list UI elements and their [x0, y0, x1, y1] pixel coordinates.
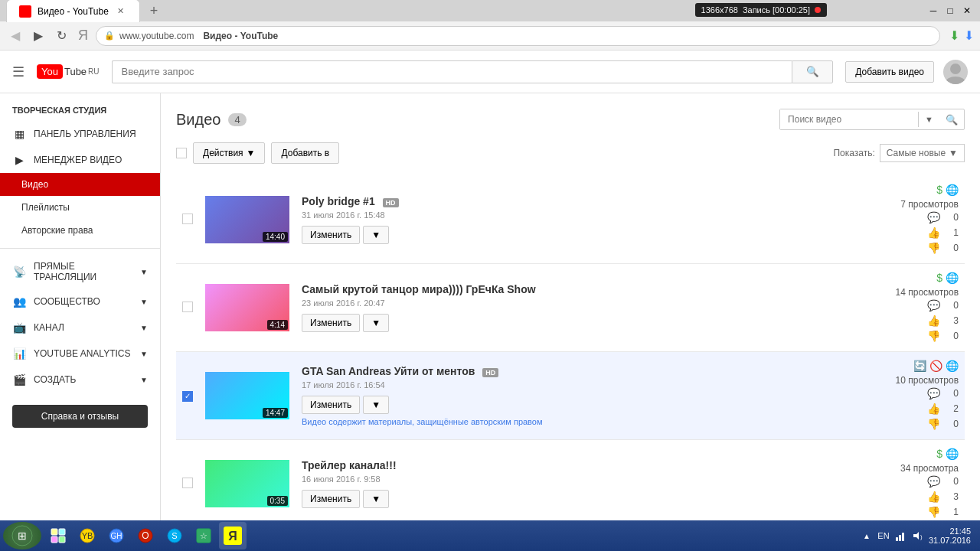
new-tab-button[interactable]: +: [143, 0, 165, 21]
sidebar-item-community[interactable]: 👥 СООБЩЕСТВО ▼: [0, 289, 160, 315]
tray-volume[interactable]: ): [910, 529, 924, 543]
back-button[interactable]: ◀: [6, 27, 24, 45]
like-row: 👍 3: [927, 491, 959, 503]
tray-network[interactable]: [893, 529, 907, 543]
taskbar-app-skype[interactable]: S: [161, 522, 188, 549]
edit-more-button[interactable]: ▼: [363, 314, 389, 332]
sidebar-item-label: КАНАЛ: [34, 322, 64, 333]
recorder-bar: 1366x768 Запись [00:00:25]: [695, 3, 827, 17]
edit-button[interactable]: Изменить: [302, 396, 360, 414]
add-to-button[interactable]: Добавить в: [271, 142, 339, 164]
search-input[interactable]: [112, 60, 792, 83]
sidebar-item-analytics[interactable]: 📊 YOUTUBE ANALYTICS ▼: [0, 341, 160, 367]
search-video-icon[interactable]: 🔍: [939, 111, 964, 129]
address-bar[interactable]: 🔒 www.youtube.com Видео - YouTube: [96, 26, 940, 46]
edit-more-button[interactable]: ▼: [363, 226, 389, 244]
tray-expand[interactable]: ▲: [860, 529, 874, 543]
comment-count: 0: [943, 300, 959, 311]
video-checkbox[interactable]: [182, 478, 193, 488]
edit-button[interactable]: Изменить: [302, 490, 360, 508]
thumbdown-icon: 👎: [927, 506, 940, 518]
dislike-count: 1: [943, 507, 959, 517]
video-thumbnail[interactable]: 14:47: [205, 372, 289, 419]
help-button[interactable]: Справка и отзывы: [12, 405, 148, 428]
video-checkbox[interactable]: ✓: [182, 391, 193, 402]
taskbar-app-opera[interactable]: O: [132, 522, 159, 549]
checkbox-cell: [176, 264, 199, 352]
user-avatar[interactable]: [943, 60, 968, 84]
sidebar-item-label: Видео: [21, 179, 48, 190]
edit-more-button[interactable]: ▼: [363, 490, 389, 508]
sidebar-item-create[interactable]: 🎬 СОЗДАТЬ ▼: [0, 367, 160, 393]
svg-text:S: S: [172, 531, 177, 540]
yt-search-form: 🔍: [112, 60, 834, 83]
video-thumbnail[interactable]: 14:40: [205, 196, 289, 243]
search-button[interactable]: 🔍: [792, 60, 833, 83]
globe-icon: 🌐: [946, 360, 959, 372]
svg-rect-21: [899, 535, 901, 541]
comment-row: 💬 0: [927, 475, 959, 487]
thumbup-icon: 👍: [927, 315, 940, 327]
sidebar-item-label: ПРЯМЫЕ ТРАНСЛЯЦИИ: [34, 261, 132, 282]
sidebar-item-playlists[interactable]: Плейлисты: [0, 196, 160, 219]
taskbar-app-yandex[interactable]: Я: [219, 522, 247, 549]
sidebar-item-dashboard[interactable]: ▦ ПАНЕЛЬ УПРАВЛЕНИЯ: [0, 121, 160, 147]
maximize-button[interactable]: □: [943, 4, 957, 18]
content-header: Видео 4 ▼ 🔍: [176, 109, 965, 130]
video-date: 23 июля 2016 г. 20:47: [302, 298, 805, 308]
actions-button[interactable]: Действия ▼: [193, 142, 265, 164]
dashboard-icon: ▦: [12, 127, 26, 141]
sidebar-item-label: МЕНЕДЖЕР ВИДЕО: [34, 155, 122, 165]
refresh-button[interactable]: ↻: [52, 27, 70, 45]
ext-icon[interactable]: ⬇: [964, 28, 974, 43]
actions-label: Действия: [203, 148, 243, 158]
sidebar-item-live[interactable]: 📡 ПРЯМЫЕ ТРАНСЛЯЦИИ ▼: [0, 255, 160, 289]
minimize-button[interactable]: ─: [926, 4, 940, 18]
tray-icons: ▲ EN ): [860, 529, 924, 543]
select-all-checkbox[interactable]: [176, 148, 187, 158]
stats-cell: $ 🌐 7 просмотров 💬 0 👍: [812, 176, 965, 264]
edit-button[interactable]: Изменить: [302, 226, 360, 244]
edit-more-button[interactable]: ▼: [363, 396, 389, 414]
video-search-input[interactable]: [780, 109, 918, 129]
sidebar-item-videos[interactable]: Видео: [0, 173, 160, 196]
actions-chevron-icon: ▼: [247, 148, 256, 158]
view-count: 10 просмотров: [896, 375, 959, 386]
edit-button[interactable]: Изменить: [302, 314, 360, 332]
comment-count: 0: [943, 212, 959, 223]
show-row: Показать: Самые новые ▼: [833, 144, 965, 162]
show-dropdown[interactable]: Самые новые ▼: [880, 144, 965, 162]
video-checkbox[interactable]: [182, 302, 193, 312]
sidebar-item-video-manager[interactable]: ▶ МЕНЕДЖЕР ВИДЕО: [0, 147, 160, 173]
sidebar: ТВОРЧЕСКАЯ СТУДИЯ ▦ ПАНЕЛЬ УПРАВЛЕНИЯ ▶ …: [0, 93, 161, 525]
add-video-button[interactable]: Добавить видео: [845, 61, 934, 83]
yt-logo-you: You: [37, 64, 63, 79]
forward-button[interactable]: ▶: [29, 27, 47, 45]
copyright-notice: Видео содержит материалы, защищённые авт…: [302, 417, 805, 426]
video-thumbnail[interactable]: 0:35: [205, 460, 289, 507]
download-icon[interactable]: ⬇: [949, 28, 959, 43]
search-video-dropdown[interactable]: ▼: [918, 112, 939, 127]
sidebar-item-channel[interactable]: 📺 КАНАЛ ▼: [0, 315, 160, 341]
sync-icon: 🔄: [913, 360, 926, 372]
svg-text:): ): [920, 533, 923, 540]
taskbar-app-windows[interactable]: [44, 522, 72, 549]
active-tab[interactable]: Видео - YouTube ✕: [6, 0, 140, 22]
video-checkbox[interactable]: [182, 214, 193, 224]
hamburger-menu[interactable]: ☰: [12, 64, 24, 80]
tab-close-button[interactable]: ✕: [115, 5, 127, 18]
dislike-row: 👎 1: [927, 506, 959, 518]
tray-lang[interactable]: EN: [877, 529, 890, 543]
taskbar-app-3[interactable]: GH: [103, 522, 130, 549]
svg-rect-20: [896, 537, 898, 541]
taskbar-app-5[interactable]: ☆: [190, 522, 217, 549]
taskbar-app-2[interactable]: YB: [74, 522, 101, 549]
close-button[interactable]: ✕: [960, 4, 974, 18]
sidebar-item-copyright[interactable]: Авторские права: [0, 219, 160, 242]
monetization-row: $ 🌐: [936, 448, 959, 460]
sidebar-item-label: СОЗДАТЬ: [34, 374, 76, 385]
start-button[interactable]: ⊞: [3, 522, 41, 549]
video-count-badge: 4: [228, 113, 246, 126]
yandex-icon[interactable]: Я: [78, 28, 88, 44]
video-thumbnail[interactable]: 4:14: [205, 284, 289, 331]
